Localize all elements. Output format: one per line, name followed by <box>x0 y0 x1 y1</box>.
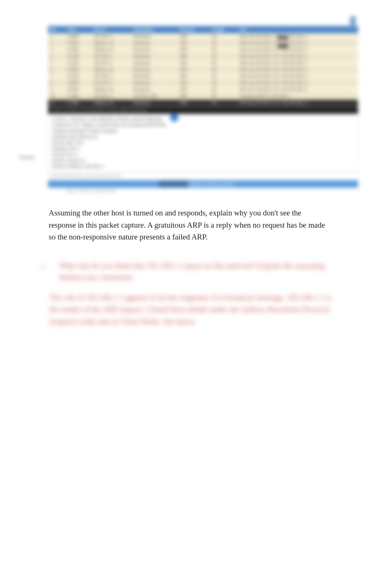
table-row: 40.1200192.168.1.1BroadcastARP60Who has … <box>48 53 358 60</box>
table-cell: 60 <box>210 60 237 67</box>
table-row: 30.1000VMware_4aBroadcastARP60Who has 19… <box>48 47 358 53</box>
col-len: Length <box>210 26 237 33</box>
table-cell: 11 <box>48 100 65 106</box>
table-cell: 192.168.1.1 <box>91 33 131 40</box>
table-row: 50.2100192.168.1.1BroadcastARP60Who has … <box>48 60 358 67</box>
table-cell: 0.6200 <box>65 86 92 93</box>
table-cell: ARP <box>178 86 210 93</box>
table-cell: 192.168.1.255 <box>131 93 178 100</box>
table-cell: 60 <box>210 73 237 80</box>
document-page: 100 200 No. Time Source Destination Prot… <box>0 0 392 575</box>
table-cell: Who has 192.168.1.117? Tell 192.168.1.1 <box>238 47 358 53</box>
table-row: 90.6200VMware_4aBroadcastARP60Who has 19… <box>48 86 358 93</box>
table-cell: ARP <box>178 40 210 47</box>
detail-line: Protocol size: 4 <box>52 152 354 158</box>
table-row: 70.4100192.168.1.1BroadcastARP60Who has … <box>48 73 358 80</box>
detail-pane: Answer ▸ Frame 1: 60 bytes on wire (480 … <box>48 114 358 172</box>
col-proto: Protocol <box>178 26 210 33</box>
table-cell: 60 <box>210 67 237 73</box>
col-dest: Destination <box>131 26 178 33</box>
table-cell: 60 <box>210 53 237 60</box>
figure-caption: Figure 1 Packet 1 Gratuitous ARP <box>48 188 358 193</box>
table-cell: Who has 192.168.1.117? Tell 192.168.1.1 <box>238 73 358 80</box>
table-cell: ARP <box>178 60 210 67</box>
table-row: 60.3000VMware_4aBroadcastARP60Who has 19… <box>48 67 358 73</box>
table-cell: Who has 192.168.1.117? Tell 192.168.1.1 <box>238 100 358 106</box>
table-cell: Who has 192.168.1.117? Tell 192.168.1.1 <box>238 67 358 73</box>
table-cell: 60 <box>210 40 237 47</box>
detail-line: ▸ Frame 1: 60 bytes on wire (480 bits), … <box>52 116 354 122</box>
table-cell: Who has 192.168.1.117? Tell 192.168.1.1 <box>238 33 358 40</box>
detail-line: Hardware size: 6 <box>52 146 354 152</box>
table-cell: 60 <box>210 86 237 93</box>
table-cell: 2 <box>48 40 65 47</box>
table-cell: 9 <box>48 86 65 93</box>
table-cell: 192.168.1.1 <box>91 93 131 100</box>
qa-block: 4. What role do you think that 192.168.1… <box>41 260 336 328</box>
highlight-bar: Address Resolution Protocol (request) <box>48 180 358 188</box>
table-cell: 1 <box>48 33 65 40</box>
marker-dot-icon <box>170 113 178 122</box>
table-cell: Who has 192.168.1.117? Tell 192.168.1.1 <box>238 86 358 93</box>
table-cell: Broadcast <box>131 33 178 40</box>
table-cell: Broadcast <box>131 73 178 80</box>
table-row: 110.7800VMware_4aBroadcastARP60Who has 1… <box>48 100 358 106</box>
table-cell: 192.168.1.1 <box>91 73 131 80</box>
detail-line: Sender IP address: 192.168.1.1 <box>52 164 354 170</box>
table-cell: 5 <box>48 60 65 67</box>
packet-table-header-row: No. Time Source Destination Protocol Len… <box>48 26 358 33</box>
table-cell: 0.1000 <box>65 47 92 53</box>
table-cell: Who has 192.168.1.117? Tell 192.168.1.1 <box>238 53 358 60</box>
table-cell: 60 <box>210 93 237 100</box>
table-cell: 60 <box>210 47 237 53</box>
table-cell: Broadcast <box>131 40 178 47</box>
table-cell: Gratuitous ARP for 192.168.1.1 <box>238 93 358 100</box>
table-cell: VMware_4a <box>91 86 131 93</box>
table-cell: 0.0000 <box>65 33 92 40</box>
table-cell: Who has 192.168.1.117? Tell 192.168.1.1 <box>238 80 358 86</box>
table-cell: 4 <box>48 53 65 60</box>
table-cell: 0.1200 <box>65 53 92 60</box>
highlight-segment <box>159 180 188 188</box>
col-no: No. <box>48 26 65 33</box>
table-cell: Broadcast <box>131 47 178 53</box>
detail-line: Opcode: request (1) <box>52 158 354 164</box>
table-cell: 8 <box>48 80 65 86</box>
table-cell: 0.0010 <box>65 40 92 47</box>
detail-line: Protocol type: IPv4 <box>52 140 354 146</box>
table-cell: VMware_4a <box>91 47 131 53</box>
table-cell: VMware_4a <box>91 40 131 47</box>
table-cell: 192.168.1.1 <box>91 53 131 60</box>
detail-line: ▾ Address Resolution Protocol (request) <box>52 128 354 134</box>
hex-pane: 0000 ff ff ff ff ff ff 00 0c 29 4a 00 00… <box>48 172 358 180</box>
table-cell: 0.7000 <box>65 93 92 100</box>
table-cell: 7 <box>48 73 65 80</box>
table-cell: ARP <box>178 53 210 60</box>
table-cell: ARP <box>178 67 210 73</box>
table-cell: ARP <box>178 93 210 100</box>
overlay-badge-1: 100 <box>278 35 288 40</box>
body-paragraph: Assuming the other host is turned on and… <box>49 207 329 243</box>
table-cell: 0.4100 <box>65 73 92 80</box>
table-cell: 0.7800 <box>65 100 92 106</box>
table-cell: ARP <box>178 100 210 106</box>
table-cell: 192.168.1.1 <box>91 60 131 67</box>
table-cell: Broadcast <box>131 60 178 67</box>
col-info: Info <box>238 26 358 33</box>
table-cell: 60 <box>210 100 237 106</box>
table-row: 10.0000192.168.1.1BroadcastARP60Who has … <box>48 33 358 40</box>
table-row: 20.0010VMware_4aBroadcastARP60Who has 19… <box>48 40 358 47</box>
detail-line: ▸ Ethernet II, Src: VMware_4a (00:0c:29)… <box>52 122 354 128</box>
table-cell: VMware_4a <box>91 67 131 73</box>
table-cell: ARP <box>178 33 210 40</box>
question-text: What role do you think that 192.168.1.1 … <box>59 260 336 283</box>
table-cell: ARP <box>178 47 210 53</box>
col-source: Source <box>91 26 131 33</box>
table-cell: 10 <box>48 93 65 100</box>
table-cell: Broadcast <box>131 53 178 60</box>
table-cell: Who has 192.168.1.117? Tell 192.168.1.1 <box>238 60 358 67</box>
table-cell: 60 <box>210 80 237 86</box>
table-cell: ARP <box>178 80 210 86</box>
table-cell: 0.2100 <box>65 60 92 67</box>
col-time: Time <box>65 26 92 33</box>
